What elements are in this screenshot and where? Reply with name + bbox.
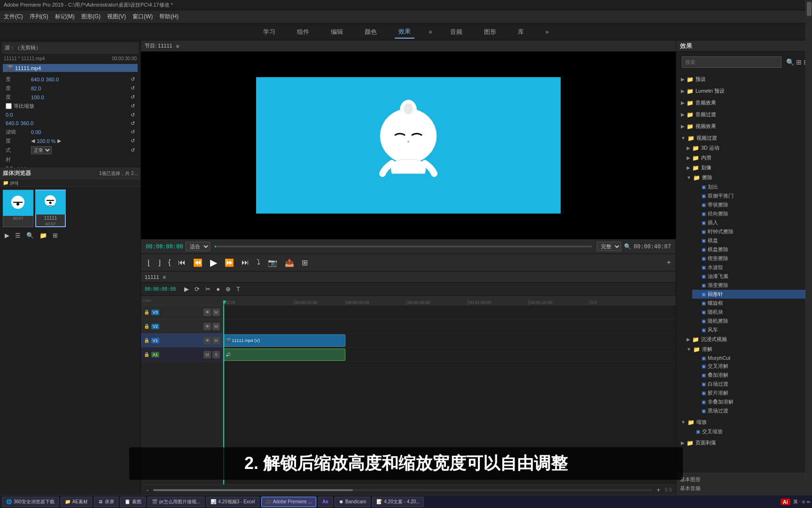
effect-item-clock[interactable]: ▣时钟式擦除 [692, 227, 809, 236]
track-v1-clip[interactable]: 🎬 11111.mp4 (V) [223, 334, 345, 347]
effect-item-qipan[interactable]: ▣棋盘 [692, 236, 809, 245]
taskbar-record[interactable]: 🖥 录屏 [94, 497, 118, 507]
category-audio-trans-header[interactable]: ▶ 📁 音频过渡 [679, 110, 809, 119]
taskbar-pr-tutorial[interactable]: 🎬 pr怎么用图片做视... [148, 497, 204, 507]
go-out-btn[interactable]: ⏭ [240, 257, 251, 268]
tab-learn[interactable]: 学习 [259, 26, 279, 38]
menu-marker[interactable]: 标记(M) [55, 13, 75, 21]
reset-icon-3[interactable]: ↺ [131, 94, 135, 100]
effect-item-huachu[interactable]: ▣划出 [692, 183, 809, 191]
effect-item-paint[interactable]: ▣油漆飞溅 [692, 272, 809, 281]
effect-morphcut[interactable]: ▣MorphCut [692, 354, 809, 362]
taskbar-素图[interactable]: 📋 素图 [120, 497, 146, 507]
effect-item-pinwheel[interactable]: ▣风车 [692, 325, 809, 334]
track-v1-eye[interactable]: 👁 [203, 337, 211, 344]
media-toolbar-btn-1[interactable]: ▶ [3, 231, 11, 240]
mark-out-btn[interactable]: ⌋ [156, 257, 163, 268]
export-btn[interactable]: 📤 [283, 257, 296, 268]
step-back-btn[interactable]: ⏪ [191, 257, 204, 268]
media-thumb-1[interactable]: 40:07 [3, 190, 33, 227]
more-btn[interactable]: ⊞ [300, 257, 310, 268]
taskbar-ae2[interactable]: Ae [318, 497, 333, 507]
taskbar-browser[interactable]: 🌐 360安全浏览器下载 [2, 497, 59, 507]
zoom-slider-handle[interactable] [153, 489, 352, 491]
proportional-scale-checkbox[interactable] [6, 103, 12, 109]
track-lock-v2[interactable]: 🔒 [144, 324, 149, 329]
reset-icon-4[interactable]: ↺ [131, 103, 135, 109]
effect-white[interactable]: ▣白场过渡 [692, 380, 809, 389]
timeline-zoom-slider[interactable] [153, 489, 652, 491]
timeline-timecode[interactable]: 00:00:00:00 [145, 286, 176, 292]
basic-graphics-item[interactable]: 基本图形 [680, 475, 808, 484]
monitor-timecode[interactable]: 00:00:00:00 [146, 243, 183, 250]
tab-audio[interactable]: 音频 [446, 26, 466, 38]
track-v2-eye[interactable]: 👁 [203, 323, 211, 330]
effect-item-charu[interactable]: ▣插入 [692, 218, 809, 227]
media-toolbar-btn-3[interactable]: 🔍 [24, 231, 36, 240]
track-lock-v3[interactable]: 🔒 [144, 310, 149, 315]
timeline-zoom-in[interactable]: + [655, 485, 662, 494]
media-toolbar-btn-4[interactable]: 📁 [38, 231, 49, 240]
insert-btn[interactable]: ⤵ [255, 257, 262, 268]
track-lock-a1[interactable]: 🔒 [144, 352, 149, 357]
reset-icon-6[interactable]: ↺ [131, 120, 135, 127]
mark-in-btn[interactable]: ⌊ [146, 257, 152, 268]
taskbar-doc[interactable]: 📝 4.20文案 - 4.20... [372, 497, 424, 507]
timeline-tool-ripple[interactable]: ⟳ [193, 285, 202, 294]
overwrite-btn[interactable]: 📷 [266, 257, 279, 268]
category-lumetri-header[interactable]: ▶ 📁 Lumetri 预设 [679, 86, 809, 96]
tab-color[interactable]: 颜色 [361, 26, 381, 38]
step-fwd-btn[interactable]: ⏩ [223, 257, 236, 268]
quality-select[interactable]: 完整 [597, 242, 621, 251]
menu-window[interactable]: 窗口(W) [133, 13, 153, 21]
sub-wipe-header[interactable]: ▼ 📁 擦除 [685, 173, 809, 183]
category-video-effects-header[interactable]: ▶ 📁 视频效果 [679, 121, 809, 131]
effect-item-shuang[interactable]: ▣双侧平推门 [692, 191, 809, 200]
tab-assembly[interactable]: 组件 [293, 26, 313, 38]
monitor-menu-icon[interactable]: ≡ [176, 43, 179, 49]
taskbar-bandicam[interactable]: ⏺ Bandicam [335, 497, 370, 507]
basic-audio-item[interactable]: 基本音频 [680, 484, 808, 493]
track-v2-mute[interactable]: M [212, 323, 220, 330]
sub-dissolve-header[interactable]: ▼ 📁 溶解 [685, 344, 809, 354]
timeline-tool-razor[interactable]: ✂ [203, 285, 212, 294]
reset-icon-1[interactable]: ↺ [131, 76, 135, 82]
timeline-menu-icon[interactable]: ≡ [163, 274, 166, 280]
effect-item-gradient[interactable]: ▣渐变擦除 [692, 281, 809, 290]
track-v3-eye[interactable]: 👁 [203, 309, 211, 316]
effect-item-spiral[interactable]: ▣螺旋框 [692, 299, 809, 308]
monitor-scrubber[interactable] [215, 246, 592, 247]
timeline-tool-select[interactable]: ▶ [182, 285, 191, 294]
menu-sequence[interactable]: 序列(S) [30, 13, 48, 21]
effect-item-jingxiang[interactable]: ▣径向擦除 [692, 209, 809, 218]
fit-mode-select[interactable]: 适合 [186, 242, 210, 251]
effect-item-xie[interactable]: ▣楔形擦除 [692, 254, 809, 263]
play-btn[interactable]: ▶ [208, 256, 219, 269]
effect-item-qipan-ca[interactable]: ▣棋盘擦除 [692, 245, 809, 254]
effect-item-huixing[interactable]: ▣回形针 [692, 290, 809, 299]
effects-search-icon[interactable]: 🔍 [786, 58, 794, 66]
timeline-tool-zoom[interactable]: ● [214, 285, 222, 294]
category-zoom-header[interactable]: ▼ 📁 缩放 [679, 417, 809, 427]
timeline-zoom-out[interactable]: - [145, 485, 150, 494]
taskbar-excel[interactable]: 📊 4.20视频3 - Excel [206, 497, 259, 507]
category-preset-header[interactable]: ▶ 📁 预设 [679, 74, 809, 84]
category-page-header[interactable]: ▶ 📁 页面剥落 [679, 438, 809, 448]
timeline-tool-slip[interactable]: ⊕ [224, 285, 233, 294]
timeline-ruler-bar[interactable]: 00:00 00:00:15:00 00:00:30:00 00:00:45:0… [223, 296, 676, 305]
track-a1-clip[interactable]: 🔊 [223, 349, 345, 361]
go-in-btn[interactable]: ⏮ [176, 257, 187, 268]
effect-crosszoom[interactable]: ▣交叉缩放 [687, 427, 809, 436]
effect-film[interactable]: ▣胶片溶解 [692, 389, 809, 397]
sub-3d-header[interactable]: ▶ 📁 3D 运动 [685, 143, 809, 153]
effect-item-random-block[interactable]: ▣随机块 [692, 308, 809, 317]
media-thumb-2[interactable]: 11111 40:07 [35, 190, 66, 227]
tab-effects[interactable]: 效果 [395, 25, 414, 39]
media-toolbar-btn-2[interactable]: ☰ [13, 231, 23, 240]
timeline-tool-text[interactable]: T [234, 285, 242, 294]
tab-more[interactable]: » [542, 26, 553, 37]
zoom-icon[interactable]: 🔍 [624, 243, 631, 250]
effect-cross[interactable]: ▣交叉溶解 [692, 362, 809, 371]
sub-iris-header[interactable]: ▶ 📁 划像 [685, 163, 809, 173]
category-video-trans-header[interactable]: ▼ 📁 视频过渡 [679, 133, 809, 143]
